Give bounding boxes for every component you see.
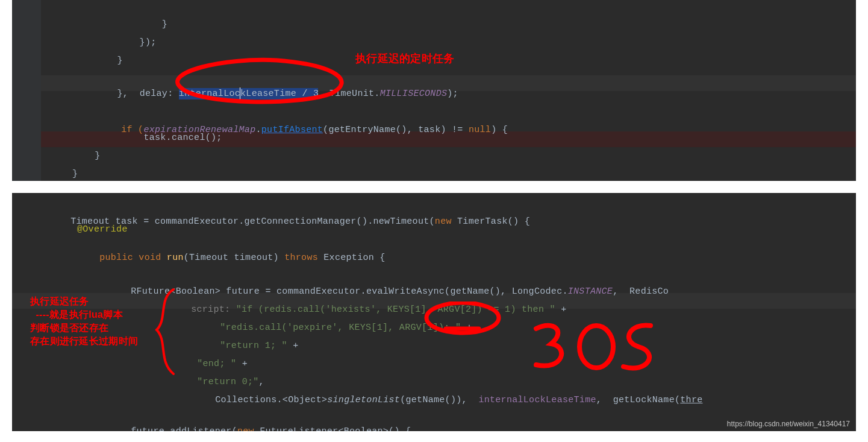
field: internalLockLeaseTime bbox=[478, 395, 596, 405]
method: singletonList bbox=[327, 395, 400, 405]
text: MILLISECONDS bbox=[380, 89, 448, 99]
code-line[interactable]: } bbox=[72, 55, 123, 66]
annotation-line: 判断锁是否还存在 bbox=[30, 322, 108, 335]
code-line-override[interactable]: @Override bbox=[77, 224, 128, 235]
method: run bbox=[161, 253, 184, 263]
svg-point-1 bbox=[579, 326, 613, 368]
text: , TimeUnit. bbox=[318, 89, 379, 99]
text: future.addListener( bbox=[131, 426, 237, 431]
text: (getEntryName(), task) != bbox=[323, 125, 469, 135]
code-line[interactable]: task.cancel(); bbox=[99, 133, 222, 143]
kw: null bbox=[469, 125, 491, 135]
code-line[interactable]: future.addListener(new FutureListener<Bo… bbox=[108, 416, 411, 431]
code-line[interactable]: Collections.<Object>singletonList(getNam… bbox=[193, 385, 703, 415]
text: ) { bbox=[491, 125, 508, 135]
text: + bbox=[555, 305, 567, 315]
selection: internalLockLeaseTime / 3 bbox=[179, 88, 319, 99]
caret-icon bbox=[240, 87, 240, 99]
text: (Timeout timeout) bbox=[184, 253, 284, 263]
kw: new bbox=[237, 426, 254, 431]
code-block-2: Timeout task = commandExecutor.getConnec… bbox=[12, 193, 856, 431]
text: + bbox=[461, 323, 472, 333]
text: ); bbox=[447, 89, 458, 99]
gutter bbox=[12, 0, 41, 181]
text: thre bbox=[680, 395, 702, 405]
text: }, delay: bbox=[95, 89, 179, 99]
text: TimerTask() { bbox=[452, 216, 530, 227]
code-block-1: } }); } }, delay: internalLockLeaseTime … bbox=[12, 0, 856, 181]
text: , getLockName( bbox=[596, 395, 681, 405]
annotation-line: 存在则进行延长过期时间 bbox=[30, 335, 138, 348]
text: . bbox=[255, 125, 261, 135]
code-line[interactable]: }); bbox=[72, 37, 157, 48]
code-line-delay[interactable]: }, delay: internalLockLeaseTime / 3, Tim… bbox=[72, 77, 458, 110]
text: Exception { bbox=[318, 253, 386, 263]
code-line[interactable]: } bbox=[72, 19, 167, 30]
text: Collections.<Object> bbox=[215, 395, 327, 405]
code-line[interactable]: } bbox=[72, 151, 101, 161]
text: , RedisCo bbox=[613, 286, 669, 297]
annotation-line: ----就是执行lua脚本 bbox=[30, 309, 123, 321]
kw: throws bbox=[284, 253, 318, 263]
kw: new bbox=[435, 216, 452, 227]
const: INSTANCE bbox=[568, 286, 613, 297]
text: (getName()), bbox=[400, 395, 478, 405]
text: FutureListener<Boolean>() { bbox=[254, 426, 411, 431]
watermark: https://blog.csdn.net/weixin_41340417 bbox=[727, 420, 850, 428]
kw: public void bbox=[99, 253, 161, 263]
code-line[interactable]: } bbox=[72, 169, 78, 179]
annotation-label: 执行延迟的定时任务 bbox=[355, 51, 455, 66]
method-link[interactable]: putIfAbsent bbox=[261, 125, 323, 135]
code-line-run[interactable]: public void run(Timeout timeout) throws … bbox=[77, 242, 386, 273]
text: + bbox=[287, 341, 299, 351]
annotation-line: 执行延迟任务 bbox=[30, 295, 89, 308]
